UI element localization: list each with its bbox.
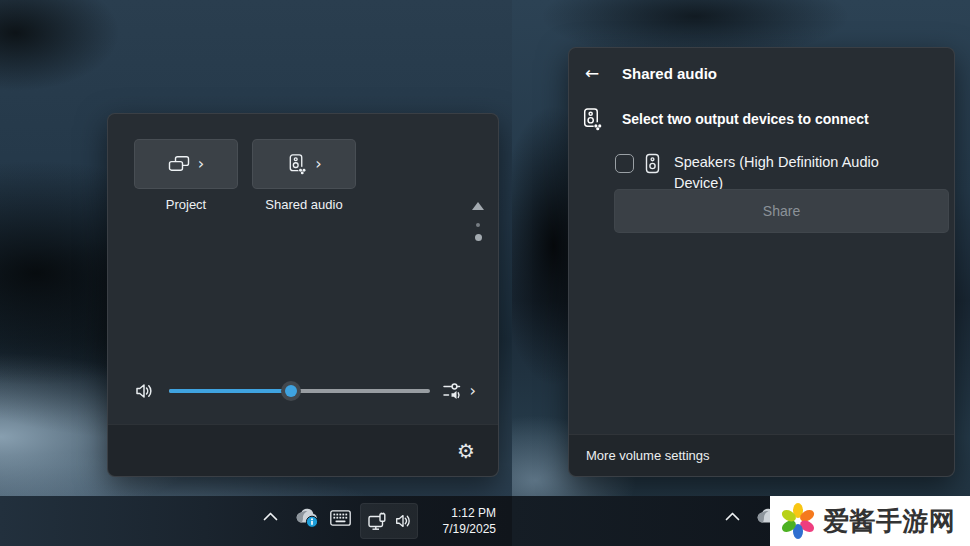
touch-keyboard-icon[interactable] xyxy=(330,510,351,526)
chevron-right-icon: › xyxy=(198,156,204,172)
wallpaper-right: ← Shared audio Select two output devices… xyxy=(512,0,970,546)
volume-row: › xyxy=(134,373,476,409)
project-tile[interactable]: › xyxy=(134,139,238,189)
back-arrow-icon[interactable]: ← xyxy=(585,63,607,83)
more-volume-settings-link[interactable]: More volume settings xyxy=(586,448,710,463)
panel-title: Shared audio xyxy=(622,65,717,82)
device-row[interactable]: Speakers (High Definition Audio Device) xyxy=(615,152,914,194)
wallpaper-left: › › Project Shared a xyxy=(0,0,512,546)
taskbar-clock[interactable]: 1:12 PM 7/19/2025 xyxy=(443,505,496,537)
shared-audio-tile-label: Shared audio xyxy=(252,197,356,212)
shared-audio-icon xyxy=(286,153,307,175)
share-button[interactable]: Share xyxy=(614,189,949,233)
watermark-text: 爱酱手游网 xyxy=(823,504,956,539)
sound-output-button[interactable]: › xyxy=(442,380,476,402)
watermark-badge: 爱酱手游网 xyxy=(770,496,970,546)
tray-chevron-up-icon[interactable] xyxy=(725,512,740,521)
volume-slider[interactable] xyxy=(169,381,430,401)
quick-settings-footer: ⚙ xyxy=(108,424,498,476)
tray-network-volume-button[interactable] xyxy=(360,503,418,539)
display-network-icon xyxy=(367,512,387,531)
page-dot-active[interactable] xyxy=(475,234,482,241)
shared-audio-tile[interactable]: › xyxy=(252,139,356,189)
screenshot-stage: › › Project Shared a xyxy=(0,0,970,546)
page-dot[interactable] xyxy=(476,223,480,227)
taskbar-left: 1:12 PM 7/19/2025 xyxy=(0,496,512,546)
clock-date: 7/19/2025 xyxy=(443,521,496,537)
section-heading: Select two output devices to connect xyxy=(622,111,869,127)
speaker-device-icon xyxy=(645,153,660,174)
shared-audio-footer: More volume settings xyxy=(569,434,954,476)
volume-fill xyxy=(169,389,291,393)
device-label: Speakers (High Definition Audio Device) xyxy=(674,152,914,194)
quick-settings-panel: › › Project Shared a xyxy=(107,113,499,477)
shared-audio-icon xyxy=(580,107,603,131)
watermark-flower-icon xyxy=(780,503,816,539)
quick-settings-tiles: › › xyxy=(134,139,356,189)
shared-audio-panel: ← Shared audio Select two output devices… xyxy=(568,47,955,477)
cloud-info-icon[interactable] xyxy=(294,507,322,529)
tray-chevron-up-icon[interactable] xyxy=(263,512,278,521)
sound-output-icon xyxy=(442,380,465,402)
volume-thumb[interactable] xyxy=(281,381,301,401)
volume-speaker-icon[interactable] xyxy=(134,381,154,401)
clock-time: 1:12 PM xyxy=(443,505,496,521)
device-checkbox[interactable] xyxy=(615,154,634,173)
tile-labels: Project Shared audio xyxy=(134,197,356,212)
chevron-right-icon: › xyxy=(315,156,321,172)
shared-audio-header: ← Shared audio xyxy=(585,63,717,83)
page-indicator xyxy=(469,202,487,241)
settings-gear-icon[interactable]: ⚙ xyxy=(457,441,475,461)
tray-volume-icon xyxy=(394,512,412,530)
chevron-right-icon: › xyxy=(470,383,476,399)
project-tile-label: Project xyxy=(134,197,238,212)
page-up-icon[interactable] xyxy=(472,202,484,210)
select-devices-section: Select two output devices to connect xyxy=(580,107,869,131)
project-icon xyxy=(168,155,190,173)
